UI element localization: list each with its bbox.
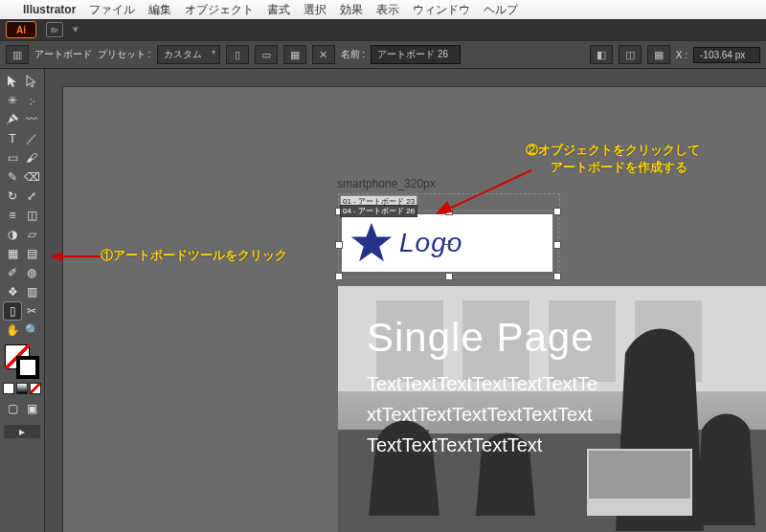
annotation-1: ①アートボードツールをクリック [101, 247, 287, 264]
artboard-name-field[interactable]: アートボード 26 [371, 45, 461, 64]
menu-edit[interactable]: 編集 [148, 2, 171, 18]
new-artboard-icon[interactable]: ▦ [283, 45, 306, 64]
orientation-landscape-icon[interactable]: ▭ [255, 45, 278, 64]
toolbox-toggle[interactable]: ▸ [4, 425, 40, 438]
hero-title: Single Page [367, 315, 738, 361]
mesh-tool[interactable]: ▦ [4, 245, 21, 262]
fill-stroke-control[interactable] [5, 344, 39, 379]
stroke-swatch[interactable] [16, 356, 39, 379]
hero-image-artboard[interactable]: Single Page TextTextTextTextTextTextTe x… [338, 286, 766, 532]
name-label: 名前 : [341, 48, 366, 61]
eyedropper-tool[interactable]: ✐ [4, 264, 21, 281]
options-bar: ▥ アートボード プリセット : カスタム ▯ ▭ ▦ ✕ 名前 : アートボー… [0, 40, 766, 69]
color-mode-swatches[interactable] [3, 383, 41, 394]
mac-menubar: Illustrator ファイル 編集 オブジェクト 書式 選択 効果 表示 ウ… [0, 0, 766, 19]
screen-mode-normal[interactable]: ▢ [4, 400, 21, 417]
shape-builder-tool[interactable]: ◑ [4, 226, 21, 243]
artboard-mode-icon[interactable]: ▥ [6, 45, 29, 64]
hero-body: TextTextTextTextTextTextTe xtTextTextTex… [367, 361, 738, 460]
annotation-2-line2: アートボードを作成する [551, 159, 687, 176]
preset-label: プリセット : [98, 48, 151, 61]
symbol-sprayer-tool[interactable]: ❖ [4, 283, 21, 300]
menu-object[interactable]: オブジェクト [185, 2, 254, 18]
curvature-tool[interactable]: 〰 [23, 111, 40, 128]
menu-effect[interactable]: 効果 [340, 2, 363, 18]
type-tool[interactable]: T [4, 130, 21, 147]
hero-overlay: Single Page TextTextTextTextTextTextTe x… [338, 286, 766, 532]
hand-tool[interactable]: ✋ [4, 321, 21, 339]
paintbrush-tool[interactable]: 🖌 [23, 149, 40, 166]
menu-app[interactable]: Illustrator [23, 3, 76, 16]
eraser-tool[interactable]: ⌫ [23, 168, 40, 186]
menu-file[interactable]: ファイル [89, 2, 135, 18]
pen-tool[interactable] [4, 111, 21, 128]
artboard-center-icon [444, 240, 453, 249]
rotate-tool[interactable]: ↻ [4, 188, 21, 205]
width-tool[interactable]: ≡ [4, 207, 21, 224]
annotation-2-line1: ②オブジェクトをクリックして [526, 142, 700, 159]
blend-tool[interactable]: ◍ [23, 264, 40, 281]
artboard-selection[interactable] [338, 211, 558, 277]
direct-selection-tool[interactable] [23, 73, 40, 90]
rectangle-tool[interactable]: ▭ [4, 149, 21, 166]
mode-label: アートボード [34, 48, 92, 61]
canvas[interactable]: smartphone_320px Logo 01 - アートボード 23 04 … [45, 69, 766, 532]
pencil-tool[interactable]: ✎ [4, 168, 21, 186]
line-tool[interactable]: ／ [23, 130, 40, 147]
preset-dropdown[interactable]: カスタム [157, 45, 220, 64]
artboard-tag-active[interactable]: 04 - アートボード 26 [340, 205, 417, 217]
menu-view[interactable]: 表示 [376, 2, 399, 18]
menu-select[interactable]: 選択 [304, 2, 327, 18]
menu-type[interactable]: 書式 [267, 2, 290, 18]
x-label: X : [676, 50, 687, 60]
reference-point-icon[interactable]: ▦ [647, 45, 670, 64]
perspective-tool[interactable]: ▱ [23, 226, 40, 243]
options-icon-2[interactable]: ◫ [619, 45, 642, 64]
magic-wand-tool[interactable]: ✳ [4, 92, 21, 109]
menu-help[interactable]: ヘルプ [484, 2, 518, 18]
artboard-tool[interactable]: ▯ [4, 302, 21, 320]
x-field[interactable]: -103.64 px [693, 47, 760, 63]
artboard-group-label: smartphone_320px [337, 177, 436, 190]
tools-panel: ✳჻ 〰 T／ ▭🖌 ✎⌫ ↻⤢ ≡◫ ◑▱ ▦▤ ✐◍ ❖▥ ▯✂ ✋🔍 ▢▣… [0, 69, 45, 532]
zoom-tool[interactable]: 🔍 [23, 321, 40, 339]
column-graph-tool[interactable]: ▥ [23, 283, 40, 300]
bridge-icon[interactable]: Br [46, 22, 63, 37]
slice-tool[interactable]: ✂ [23, 302, 40, 320]
free-transform-tool[interactable]: ◫ [23, 207, 40, 224]
options-icon-1[interactable]: ◧ [590, 45, 613, 64]
menu-window[interactable]: ウィンドウ [413, 2, 470, 18]
screen-mode-full[interactable]: ▣ [23, 400, 40, 417]
scale-tool[interactable]: ⤢ [23, 188, 40, 205]
ruler-horizontal[interactable] [62, 69, 766, 87]
ruler-origin[interactable] [45, 69, 63, 87]
dropdown-icon[interactable]: ▾ [73, 23, 88, 36]
orientation-portrait-icon[interactable]: ▯ [226, 45, 249, 64]
selection-tool[interactable] [4, 73, 21, 90]
lasso-tool[interactable]: ჻ [23, 92, 40, 109]
ruler-vertical[interactable] [45, 86, 63, 532]
gradient-tool[interactable]: ▤ [23, 245, 40, 262]
illustrator-icon[interactable]: Ai [6, 21, 36, 38]
app-titlebar: Ai Br ▾ [0, 19, 766, 40]
workspace: ✳჻ 〰 T／ ▭🖌 ✎⌫ ↻⤢ ≡◫ ◑▱ ▦▤ ✐◍ ❖▥ ▯✂ ✋🔍 ▢▣… [0, 69, 766, 532]
delete-artboard-icon[interactable]: ✕ [312, 45, 335, 64]
